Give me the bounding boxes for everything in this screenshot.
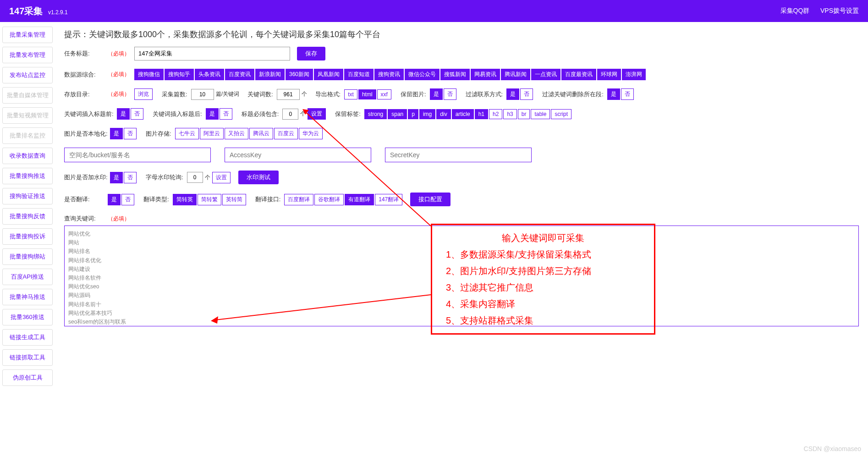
imglocal-yes[interactable]: 是 <box>110 128 123 139</box>
sidebar-item-12[interactable]: 百度API推送 <box>2 269 53 285</box>
space-input[interactable] <box>64 148 211 162</box>
trans-yes[interactable]: 是 <box>108 194 121 205</box>
label-count: 采集篇数: <box>162 90 187 99</box>
wmrotate-input[interactable] <box>187 172 203 183</box>
cloud-1[interactable]: 阿里云 <box>200 128 224 139</box>
cloud-4[interactable]: 百度云 <box>274 128 298 139</box>
keeptag-br[interactable]: br <box>518 109 530 119</box>
sidebar-item-13[interactable]: 批量神马推送 <box>2 289 53 305</box>
insafter-yes[interactable]: 是 <box>206 108 219 120</box>
label-sources: 数据源综合: <box>64 71 108 79</box>
source-tag-16[interactable]: 澎湃网 <box>622 69 646 80</box>
wm-test-button[interactable]: 水印测试 <box>238 171 279 184</box>
transtype-1[interactable]: 简转繁 <box>198 194 221 205</box>
filtercontact-yes[interactable]: 是 <box>506 88 519 100</box>
source-tag-8[interactable]: 搜狗资讯 <box>374 69 404 80</box>
sidebar-item-0[interactable]: 批量采集管理 <box>2 27 53 43</box>
transapi-2[interactable]: 有道翻译 <box>345 194 374 205</box>
secretkey-input[interactable] <box>385 148 532 162</box>
keeptag-h2[interactable]: h2 <box>489 109 502 119</box>
keeptag-span[interactable]: span <box>388 109 407 119</box>
source-tag-9[interactable]: 微信公众号 <box>405 69 439 80</box>
browse-button[interactable]: 浏览 <box>134 88 153 100</box>
sidebar-item-2[interactable]: 发布站点监控 <box>2 67 53 83</box>
source-tag-10[interactable]: 搜狐新闻 <box>440 69 470 80</box>
label-filtercontact: 过滤联系方式: <box>466 90 503 99</box>
insbefore-yes[interactable]: 是 <box>117 108 130 120</box>
sidebar-item-8[interactable]: 搜狗验证推送 <box>2 188 53 204</box>
export-html[interactable]: html <box>358 89 376 99</box>
wm-no[interactable]: 否 <box>124 172 137 183</box>
sidebar-item-7[interactable]: 批量搜狗推送 <box>2 168 53 184</box>
keeptag-p[interactable]: p <box>408 109 418 119</box>
save-button[interactable]: 保存 <box>297 47 325 61</box>
keepimg-no[interactable]: 否 <box>444 88 456 100</box>
keeptag-h3[interactable]: h3 <box>503 109 516 119</box>
sidebar-item-15[interactable]: 链接生成工具 <box>2 329 53 346</box>
wm-set[interactable]: 设置 <box>212 172 231 183</box>
cloud-3[interactable]: 腾讯云 <box>249 128 273 139</box>
keeptag-div[interactable]: div <box>436 109 450 119</box>
task-title-input[interactable] <box>134 47 290 61</box>
sidebar-item-17[interactable]: 伪原创工具 <box>2 369 53 386</box>
source-tag-3[interactable]: 百度资讯 <box>225 69 254 80</box>
filtercontact-no[interactable]: 否 <box>520 88 533 100</box>
source-tag-12[interactable]: 腾讯新闻 <box>501 69 530 80</box>
label-kwquery: 查询关键词: <box>64 215 108 223</box>
transapi-0[interactable]: 百度翻译 <box>284 194 313 205</box>
source-tag-13[interactable]: 一点资讯 <box>531 69 560 80</box>
export-txt[interactable]: txt <box>344 89 357 99</box>
mustcontain-set[interactable]: 设置 <box>308 108 326 120</box>
export-xxf[interactable]: xxf <box>377 89 391 99</box>
kwcount-input[interactable] <box>277 89 300 100</box>
keeptag-table[interactable]: table <box>531 109 550 119</box>
label-dir: 存放目录: <box>64 90 108 99</box>
source-tag-14[interactable]: 百度最资讯 <box>561 69 596 80</box>
source-tag-11[interactable]: 网易资讯 <box>471 69 500 80</box>
sidebar-item-9[interactable]: 批量搜狗反馈 <box>2 208 53 225</box>
transtype-0[interactable]: 简转英 <box>173 194 197 205</box>
keeptag-img[interactable]: img <box>419 109 435 119</box>
transapi-3[interactable]: 147翻译 <box>375 194 402 205</box>
sidebar-item-1[interactable]: 批量发布管理 <box>2 47 53 63</box>
api-config-button[interactable]: 接口配置 <box>410 193 450 206</box>
sidebar-item-16[interactable]: 链接抓取工具 <box>2 349 53 366</box>
link-qq[interactable]: 采集QQ群 <box>780 7 810 14</box>
sidebar: 批量采集管理批量发布管理发布站点监控批量自媒体管理批量短视频管理批量排名监控收录… <box>0 22 55 394</box>
source-tag-0[interactable]: 搜狗微信 <box>134 69 164 80</box>
cloud-2[interactable]: 又拍云 <box>225 128 248 139</box>
count-input[interactable] <box>191 89 214 100</box>
link-vps[interactable]: VPS拨号设置 <box>820 7 859 14</box>
filterkw-no[interactable]: 否 <box>621 88 634 100</box>
source-tag-1[interactable]: 搜狗知乎 <box>165 69 194 80</box>
keepimg-yes[interactable]: 是 <box>430 88 443 100</box>
keeptag-h1[interactable]: h1 <box>475 109 488 119</box>
cloud-5[interactable]: 华为云 <box>299 128 323 139</box>
accesskey-input[interactable] <box>225 148 371 162</box>
source-tag-15[interactable]: 环球网 <box>597 69 621 80</box>
trans-no[interactable]: 否 <box>121 194 134 205</box>
keeptag-article[interactable]: article <box>452 109 474 119</box>
filterkw-yes[interactable]: 是 <box>607 88 620 100</box>
insbefore-no[interactable]: 否 <box>131 108 143 120</box>
source-tag-5[interactable]: 360新闻 <box>286 69 313 80</box>
app-version: v1.2.9.1 <box>48 9 68 16</box>
imglocal-no[interactable]: 否 <box>124 128 137 139</box>
source-tag-4[interactable]: 新浪新闻 <box>255 69 285 80</box>
keeptag-script[interactable]: script <box>551 109 571 119</box>
wm-yes[interactable]: 是 <box>110 172 123 183</box>
insafter-no[interactable]: 否 <box>220 108 232 120</box>
source-tag-6[interactable]: 凤凰新闻 <box>314 69 343 80</box>
mustcontain-input[interactable] <box>282 109 298 120</box>
source-tag-7[interactable]: 百度知道 <box>344 69 374 80</box>
sidebar-item-11[interactable]: 批量搜狗绑站 <box>2 248 53 265</box>
sidebar-item-6[interactable]: 收录数据查询 <box>2 148 53 164</box>
label-imgstore: 图片存储: <box>146 130 171 138</box>
keeptag-strong[interactable]: strong <box>364 109 387 119</box>
transtype-2[interactable]: 英转简 <box>222 194 246 205</box>
source-tag-2[interactable]: 头条资讯 <box>195 69 224 80</box>
cloud-0[interactable]: 七牛云 <box>175 128 199 139</box>
sidebar-item-10[interactable]: 批量搜狗投诉 <box>2 228 53 245</box>
sidebar-item-14[interactable]: 批量360推送 <box>2 309 53 325</box>
transapi-1[interactable]: 谷歌翻译 <box>314 194 344 205</box>
